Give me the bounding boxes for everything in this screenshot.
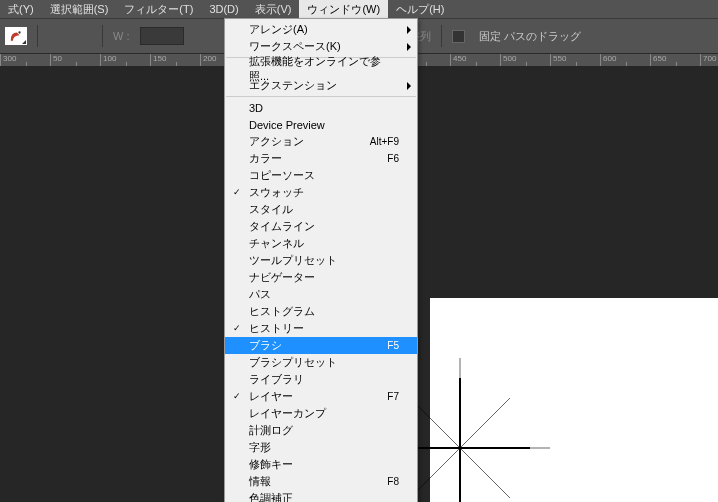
menu-item-ブラシ[interactable]: ブラシF5	[225, 337, 417, 354]
menu-item-label: スウォッチ	[249, 185, 399, 200]
menu-shortcut: F5	[387, 340, 399, 351]
constrain-path-checkbox[interactable]	[452, 30, 465, 43]
menu-item-label: エクステンション	[249, 78, 399, 93]
menu-ウィンドウ(W)[interactable]: ウィンドウ(W)	[299, 0, 388, 19]
menu-item-label: ブラシプリセット	[249, 355, 399, 370]
menu-item-label: 字形	[249, 440, 399, 455]
menu-item-label: ヒストリー	[249, 321, 399, 336]
menu-item-label: カラー	[249, 151, 387, 166]
menu-item-Device Preview[interactable]: Device Preview	[225, 116, 417, 133]
menu-item-label: ワークスペース(K)	[249, 39, 399, 54]
menu-item-label: 修飾キー	[249, 457, 399, 472]
menu-item-label: レイヤーカンプ	[249, 406, 399, 421]
menu-item-ナビゲーター[interactable]: ナビゲーター	[225, 269, 417, 286]
menu-item-label: 情報	[249, 474, 387, 489]
menu-item-アレンジ(A)[interactable]: アレンジ(A)	[225, 21, 417, 38]
freeform-pen-icon	[9, 29, 23, 43]
menu-item-label: レイヤー	[249, 389, 387, 404]
width-label: W :	[113, 30, 130, 42]
menu-item-label: スタイル	[249, 202, 399, 217]
menu-item-label: アレンジ(A)	[249, 22, 399, 37]
menu-shortcut: Alt+F9	[370, 136, 399, 147]
check-icon: ✓	[233, 391, 241, 401]
menu-item-情報[interactable]: 情報F8	[225, 473, 417, 490]
menu-item-ライブラリ[interactable]: ライブラリ	[225, 371, 417, 388]
separator	[37, 25, 38, 47]
menu-item-コピーソース[interactable]: コピーソース	[225, 167, 417, 184]
menu-item-パス[interactable]: パス	[225, 286, 417, 303]
submenu-arrow-icon	[407, 26, 411, 34]
menu-item-label: 3D	[249, 102, 399, 114]
menu-item-レイヤー[interactable]: ✓レイヤーF7	[225, 388, 417, 405]
menu-item-label: 計測ログ	[249, 423, 399, 438]
menu-shortcut: F8	[387, 476, 399, 487]
menu-item-label: パス	[249, 287, 399, 302]
menu-item-スタイル[interactable]: スタイル	[225, 201, 417, 218]
menu-item-3D[interactable]: 3D	[225, 99, 417, 116]
window-menu-dropdown: アレンジ(A)ワークスペース(K)拡張機能をオンラインで参照...エクステンショ…	[224, 18, 418, 502]
menu-選択範囲(S)[interactable]: 選択範囲(S)	[42, 0, 117, 19]
menu-item-label: ヒストグラム	[249, 304, 399, 319]
separator	[441, 25, 442, 47]
menu-item-計測ログ[interactable]: 計測ログ	[225, 422, 417, 439]
menu-item-字形[interactable]: 字形	[225, 439, 417, 456]
menu-item-スウォッチ[interactable]: ✓スウォッチ	[225, 184, 417, 201]
menu-item-カラー[interactable]: カラーF6	[225, 150, 417, 167]
menu-item-label: 色調補正	[249, 491, 399, 502]
submenu-arrow-icon	[407, 82, 411, 90]
menu-item-修飾キー[interactable]: 修飾キー	[225, 456, 417, 473]
check-icon: ✓	[233, 187, 241, 197]
menu-item-アクション[interactable]: アクションAlt+F9	[225, 133, 417, 150]
menu-item-ヒストグラム[interactable]: ヒストグラム	[225, 303, 417, 320]
menu-item-label: ブラシ	[249, 338, 387, 353]
menu-item-label: ナビゲーター	[249, 270, 399, 285]
menu-item-ワークスペース(K)[interactable]: ワークスペース(K)	[225, 38, 417, 55]
svg-point-0	[18, 31, 20, 33]
menu-shortcut: F6	[387, 153, 399, 164]
menu-item-ブラシプリセット[interactable]: ブラシプリセット	[225, 354, 417, 371]
width-input[interactable]	[140, 27, 184, 45]
menu-shortcut: F7	[387, 391, 399, 402]
menu-separator	[226, 96, 416, 97]
separator	[102, 25, 103, 47]
tool-preset-picker[interactable]	[5, 27, 27, 45]
menu-item-label: コピーソース	[249, 168, 399, 183]
menu-item-label: ツールプリセット	[249, 253, 399, 268]
menu-ヘルプ(H)[interactable]: ヘルプ(H)	[388, 0, 452, 19]
menu-式(Y)[interactable]: 式(Y)	[0, 0, 42, 19]
menu-item-label: ライブラリ	[249, 372, 399, 387]
menu-3D(D)[interactable]: 3D(D)	[201, 1, 246, 17]
submenu-arrow-icon	[407, 43, 411, 51]
menu-item-エクステンション[interactable]: エクステンション	[225, 77, 417, 94]
menu-item-ツールプリセット[interactable]: ツールプリセット	[225, 252, 417, 269]
svg-line-7	[460, 448, 510, 498]
menu-表示(V)[interactable]: 表示(V)	[247, 0, 300, 19]
menu-フィルター(T)[interactable]: フィルター(T)	[116, 0, 201, 19]
menu-item-ヒストリー[interactable]: ✓ヒストリー	[225, 320, 417, 337]
check-icon: ✓	[233, 323, 241, 333]
menu-item-レイヤーカンプ[interactable]: レイヤーカンプ	[225, 405, 417, 422]
menu-item-label: チャンネル	[249, 236, 399, 251]
menu-item-チャンネル[interactable]: チャンネル	[225, 235, 417, 252]
menu-bar: 式(Y)選択範囲(S)フィルター(T)3D(D)表示(V)ウィンドウ(W)ヘルプ…	[0, 0, 718, 18]
constrain-path-label: 固定 パスのドラッグ	[479, 29, 581, 44]
menu-item-label: アクション	[249, 134, 370, 149]
menu-item-拡張機能をオンラインで参照...[interactable]: 拡張機能をオンラインで参照...	[225, 60, 417, 77]
menu-item-色調補正[interactable]: 色調補正	[225, 490, 417, 502]
menu-item-label: タイムライン	[249, 219, 399, 234]
document-canvas[interactable]	[430, 298, 718, 502]
menu-item-タイムライン[interactable]: タイムライン	[225, 218, 417, 235]
menu-item-label: Device Preview	[249, 119, 399, 131]
svg-line-5	[460, 398, 510, 448]
